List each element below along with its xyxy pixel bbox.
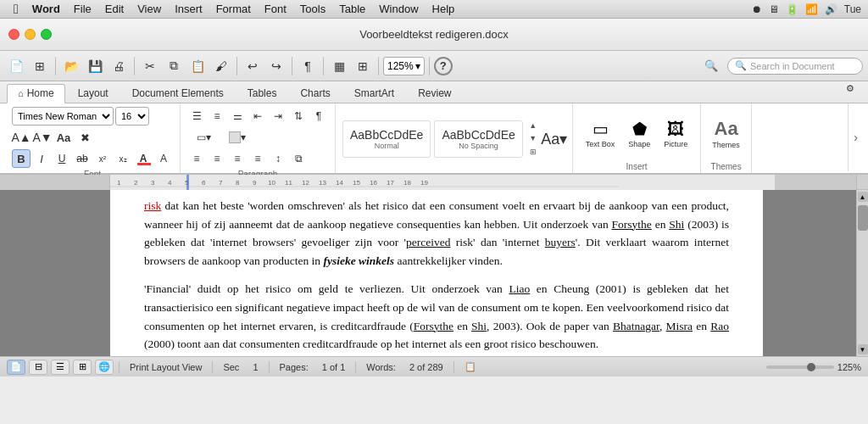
zoom-control[interactable]: 125% ▾ (383, 57, 425, 75)
scroll-down-button[interactable]: ▼ (858, 344, 868, 354)
tab-tables[interactable]: Tables (236, 84, 288, 103)
sort-btn[interactable]: ⇅ (289, 107, 308, 126)
align-center-btn[interactable]: ≡ (208, 149, 226, 168)
highlight-btn[interactable]: A (154, 149, 173, 168)
align-left-btn[interactable]: ≡ (187, 149, 206, 168)
svg-text:17: 17 (387, 179, 394, 187)
menu-right-icons: ⏺ 🖥 🔋 📶 🔊 Tue (752, 3, 861, 15)
decrease-indent-btn[interactable]: ⇤ (248, 107, 267, 126)
paragraph-marks-button[interactable]: ¶ (297, 55, 319, 77)
style-normal[interactable]: AaBbCcDdEe Normal (342, 120, 431, 158)
bullet-list-btn[interactable]: ☰ (187, 107, 206, 126)
underline-button[interactable]: U (53, 149, 71, 168)
bold-button[interactable]: B (12, 149, 31, 168)
help-button[interactable]: ? (434, 57, 453, 75)
tab-smartart[interactable]: SmartArt (343, 84, 405, 103)
search-box[interactable]: 🔍 Search in Document (727, 58, 863, 75)
subscript-button[interactable]: x₂ (114, 149, 132, 168)
menu-window[interactable]: Window (372, 1, 425, 17)
close-button[interactable] (8, 29, 19, 40)
scroll-up-button[interactable]: ▲ (858, 192, 868, 202)
menu-help[interactable]: Help (426, 1, 462, 17)
decrease-font-btn[interactable]: A▼ (33, 128, 52, 147)
zoom-dropdown-icon[interactable]: ▾ (415, 60, 420, 72)
strikethrough-button[interactable]: ab (73, 149, 92, 168)
styles-cycle-button[interactable]: ▲ ▼ ⊞ (526, 120, 540, 159)
multilevel-list-btn[interactable]: ⚌ (228, 107, 247, 126)
web-view-button[interactable]: 🌐 (95, 360, 114, 375)
format-painter-button[interactable]: 🖌 (210, 55, 232, 77)
increase-indent-btn[interactable]: ⇥ (269, 107, 287, 126)
clear-format-btn[interactable]: ✖ (75, 128, 94, 147)
picture-button[interactable]: 🖼 Picture (658, 117, 693, 151)
wifi-icon: 📶 (805, 3, 818, 15)
undo-button[interactable]: ↩ (242, 55, 264, 77)
show-marks-btn[interactable]: ¶ (309, 107, 328, 126)
zoom-slider[interactable] (766, 365, 834, 369)
redo-button[interactable]: ↪ (265, 55, 287, 77)
words-label: Words: (361, 362, 401, 372)
menu-edit[interactable]: Edit (98, 1, 131, 17)
column-layout-btn[interactable]: ⧉ (289, 149, 308, 168)
menu-table[interactable]: Table (332, 1, 372, 17)
styles-row: AaBbCcDdEe Normal AaBbCcDdEe No Spacing (342, 120, 523, 158)
menu-view[interactable]: View (131, 1, 168, 17)
shading-btn[interactable]: ▾ (221, 128, 253, 147)
cut-button[interactable]: ✂ (139, 55, 161, 77)
font-color-btn[interactable]: A (134, 149, 153, 168)
italic-button[interactable]: I (32, 149, 51, 168)
tab-document-elements[interactable]: Document Elements (121, 84, 235, 103)
focus-view-button[interactable]: ⊞ (73, 360, 92, 375)
change-styles-btn[interactable]: Aa▾ (543, 120, 565, 159)
borders-btn[interactable]: ▭▾ (187, 128, 220, 147)
themes-button[interactable]: Aa Themes (708, 115, 744, 152)
open-button[interactable]: 📂 (60, 55, 82, 77)
outline-view-button[interactable]: ⊟ (29, 360, 47, 375)
shape-button[interactable]: ⬟ Shape (622, 116, 656, 151)
paste-button[interactable]: 📋 (186, 55, 209, 77)
menu-format[interactable]: Format (209, 1, 258, 17)
zoom-in-button[interactable]: ⊞ (352, 55, 374, 77)
cycle-expand-icon: ⊞ (530, 148, 537, 156)
tab-layout[interactable]: Layout (67, 84, 120, 103)
tab-charts[interactable]: Charts (289, 84, 341, 103)
font-size-select[interactable]: 16 (115, 107, 149, 126)
scroll-thumb[interactable] (858, 205, 868, 231)
print-layout-button[interactable]: 📄 (7, 360, 25, 375)
align-justify-btn[interactable]: ≡ (248, 149, 267, 168)
menu-file[interactable]: File (67, 1, 98, 17)
align-right-btn[interactable]: ≡ (228, 149, 247, 168)
draft-view-button[interactable]: ☰ (51, 360, 70, 375)
zoom-slider-thumb[interactable] (807, 363, 815, 371)
menu-insert[interactable]: Insert (168, 1, 209, 17)
menu-tools[interactable]: Tools (293, 1, 332, 17)
save-button[interactable]: 💾 (84, 55, 106, 77)
minimize-button[interactable] (25, 29, 36, 40)
menu-font[interactable]: Font (258, 1, 293, 17)
apple-menu[interactable]:  (7, 0, 25, 19)
view-button[interactable]: ▦ (328, 55, 350, 77)
font-family-select[interactable]: Times New Roman (12, 107, 114, 126)
search-icon-btn[interactable]: 🔍 (700, 55, 722, 77)
style-no-spacing[interactable]: AaBbCcDdEe No Spacing (434, 120, 522, 158)
new-button[interactable]: 📄 (5, 55, 27, 77)
templates-button[interactable]: ⊞ (29, 55, 51, 77)
ribbon-options-button[interactable]: ⚙ (839, 77, 861, 99)
tab-review[interactable]: Review (407, 84, 462, 103)
numbered-list-btn[interactable]: ≡ (208, 107, 226, 126)
menu-word[interactable]: Word (25, 1, 67, 17)
vertical-scrollbar[interactable]: ▲ ▼ (856, 190, 868, 356)
ribbon-scroll-button[interactable]: › (848, 103, 863, 171)
superscript-button[interactable]: x² (93, 149, 112, 168)
zoom-button[interactable] (41, 29, 52, 40)
document-page[interactable]: risk dat kan het beste 'worden omschreve… (110, 190, 763, 356)
increase-font-btn[interactable]: A▲ (12, 128, 31, 147)
line-spacing-btn[interactable]: ↕ (269, 149, 287, 168)
copy-button[interactable]: ⧉ (163, 55, 185, 77)
themes-group-label: Themes (711, 160, 742, 171)
print-button[interactable]: 🖨 (108, 55, 130, 77)
tab-home[interactable]: ⌂ Home (7, 84, 65, 103)
paragraph-1: risk dat kan het beste 'worden omschreve… (144, 197, 729, 270)
text-box-button[interactable]: ▭ Text Box (580, 116, 621, 151)
font-case-btn[interactable]: Aa (54, 128, 73, 147)
